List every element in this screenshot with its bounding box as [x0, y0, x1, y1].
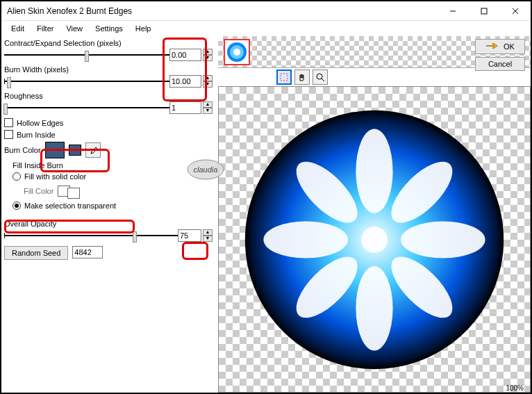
eyedropper-button[interactable] — [85, 142, 101, 158]
hollow-label: Hollow Edges — [17, 119, 63, 127]
svg-rect-1 — [481, 8, 487, 14]
close-button[interactable] — [499, 1, 531, 21]
burnwidth-label: Burn Width (pixels) — [4, 65, 213, 74]
opacity-input[interactable] — [178, 229, 201, 242]
opacity-spinner[interactable]: ▲▼ — [203, 229, 213, 242]
window-title: Alien Skin Xenofex 2 Burnt Edges — [7, 6, 437, 16]
svg-point-19 — [361, 227, 388, 253]
fillinside-label: Fill Inside Burn — [13, 161, 213, 170]
svg-point-11 — [356, 129, 392, 213]
burn-color-1-swatch[interactable] — [45, 142, 65, 158]
cancel-button[interactable]: Cancel — [475, 57, 525, 71]
thumbnail[interactable] — [224, 39, 250, 65]
opacity-slider[interactable] — [4, 231, 178, 240]
contract-input[interactable] — [169, 49, 201, 61]
opacity-label: Overall Opacity — [4, 220, 213, 228]
svg-point-14 — [401, 221, 485, 258]
menu-settings[interactable]: Settings — [90, 23, 128, 34]
parameters-panel: Contract/Expand Selection (pixels) ▲▼ Bu… — [1, 36, 218, 393]
svg-point-8 — [317, 74, 322, 79]
zoom-tool-icon[interactable] — [313, 69, 328, 85]
roughness-input[interactable] — [169, 101, 201, 114]
menu-edit[interactable]: Edit — [6, 23, 30, 34]
burnwidth-spinner[interactable]: ▲▼ — [203, 75, 213, 88]
marquee-tool-icon[interactable] — [276, 69, 292, 85]
minimize-button[interactable] — [437, 1, 468, 21]
svg-point-13 — [263, 221, 348, 258]
ok-button[interactable]: OK — [475, 39, 525, 54]
zoom-level: 100% — [506, 384, 524, 392]
svg-rect-7 — [281, 74, 288, 81]
fillsolid-label: Fill with solid color — [24, 172, 86, 181]
hollow-checkbox[interactable] — [4, 118, 13, 127]
burnwidth-slider[interactable] — [4, 77, 169, 85]
random-seed-button[interactable]: Random Seed — [4, 246, 68, 260]
pointing-hand-icon — [485, 41, 501, 52]
burn-color-2-swatch[interactable] — [69, 145, 81, 156]
maximize-button[interactable] — [468, 1, 499, 21]
burninside-label: Burn Inside — [17, 131, 56, 139]
fillsolid-radio[interactable] — [13, 172, 21, 181]
svg-point-6 — [233, 49, 240, 56]
preview-panel: 100% — [218, 36, 531, 393]
burncolor-label: Burn Color — [4, 146, 41, 154]
menu-filter[interactable]: Filter — [31, 23, 59, 34]
burninside-checkbox[interactable] — [4, 130, 13, 139]
watermark: claudia — [186, 157, 225, 182]
ok-label: OK — [504, 42, 515, 51]
svg-point-12 — [356, 266, 392, 351]
roughness-slider[interactable] — [4, 104, 169, 112]
svg-text:claudia: claudia — [194, 165, 218, 174]
roughness-label: Roughness — [4, 92, 213, 100]
svg-line-9 — [322, 79, 324, 81]
seed-input[interactable] — [72, 246, 103, 258]
contract-spinner[interactable]: ▲▼ — [203, 49, 213, 61]
dialog-buttons: OK Cancel — [475, 39, 525, 71]
contract-label: Contract/Expand Selection (pixels) — [4, 39, 213, 47]
transparent-radio[interactable] — [13, 202, 21, 210]
menu-help[interactable]: Help — [130, 23, 157, 34]
preview-canvas[interactable] — [218, 86, 531, 393]
fillcolor-label: Fill Color — [24, 187, 53, 195]
menu-view[interactable]: View — [60, 23, 88, 34]
hand-tool-icon[interactable] — [294, 69, 310, 85]
fillcolor-swatch-2[interactable] — [67, 188, 80, 199]
burnwidth-input[interactable] — [169, 75, 201, 88]
titlebar: Alien Skin Xenofex 2 Burnt Edges — [1, 1, 531, 21]
contract-slider[interactable] — [4, 51, 169, 59]
roughness-spinner[interactable]: ▲▼ — [203, 101, 213, 114]
menubar: Edit Filter View Settings Help — [1, 21, 531, 36]
transparent-label: Make selection transparent — [24, 202, 116, 210]
